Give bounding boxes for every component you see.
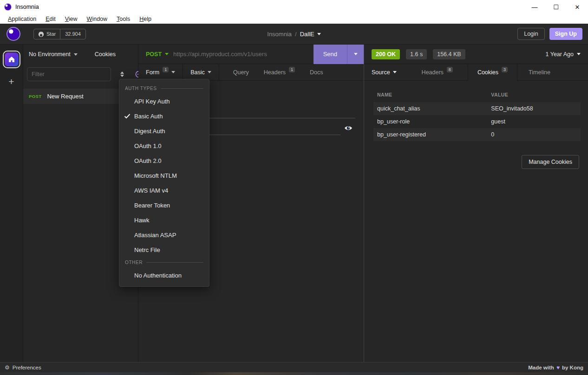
- desktop-edge: [0, 372, 588, 375]
- menu-item-aws-iam-v4[interactable]: AWS IAM v4: [119, 183, 209, 198]
- signup-button[interactable]: Sign Up: [549, 28, 582, 40]
- tab-body-form[interactable]: Form 1: [138, 64, 183, 80]
- github-icon: [38, 31, 44, 37]
- chevron-down-icon: [171, 71, 175, 73]
- titlebar: Insomnia — ☐ ✕: [0, 0, 588, 14]
- menu-item-basic-auth[interactable]: Basic Auth: [119, 109, 209, 123]
- auth-types-section-label: AUTH TYPES: [125, 86, 157, 91]
- tab-source[interactable]: Source: [364, 64, 404, 80]
- menu-edit[interactable]: Edit: [41, 15, 60, 23]
- method-label: POST: [146, 51, 162, 58]
- menu-item-oauth-1[interactable]: OAuth 1.0: [119, 138, 209, 153]
- eye-icon: [344, 125, 353, 131]
- login-button[interactable]: Login: [517, 28, 545, 40]
- sidebar-header: No Environment Cookies: [23, 45, 138, 64]
- menu-item-label: Bearer Token: [134, 202, 170, 209]
- menu-section-auth-types: AUTH TYPES: [119, 83, 209, 94]
- menu-item-digest-auth[interactable]: Digest Auth: [119, 123, 209, 138]
- project-dropdown[interactable]: DallE: [300, 31, 321, 38]
- cookie-name: quick_chat_alias: [373, 102, 487, 115]
- chevron-down-icon: [317, 33, 321, 35]
- url-input[interactable]: https://api.myproduct.com/v1/users: [173, 51, 314, 58]
- credit-prefix: Made with: [528, 365, 554, 370]
- home-workspace-button[interactable]: [3, 51, 20, 68]
- filter-input[interactable]: [27, 67, 111, 81]
- breadcrumb-separator: /: [295, 31, 297, 38]
- manage-cookies-button[interactable]: Manage Cookies: [522, 155, 579, 169]
- cookie-table: NAME VALUE quick_chat_alias SEO_invitado…: [373, 89, 581, 141]
- menu-item-api-key-auth[interactable]: API Key Auth: [119, 94, 209, 109]
- section-divider: [161, 88, 203, 89]
- chevron-down-icon: [354, 53, 358, 55]
- menu-item-oauth-2[interactable]: OAuth 2.0: [119, 153, 209, 168]
- tab-response-headers[interactable]: Headers 8: [414, 64, 460, 80]
- menu-item-no-authentication[interactable]: No Authentication: [119, 268, 209, 283]
- menu-item-label: Atlassian ASAP: [134, 232, 176, 239]
- request-method-tag: POST: [29, 94, 41, 99]
- menu-help[interactable]: Help: [135, 15, 156, 23]
- menu-item-netrc-file[interactable]: Netrc File: [119, 242, 209, 257]
- cookie-table-header: NAME VALUE: [373, 89, 581, 102]
- menu-item-label: OAuth 1.0: [134, 142, 162, 149]
- tab-auth-basic[interactable]: Basic: [183, 64, 219, 80]
- menu-item-hawk[interactable]: Hawk: [119, 213, 209, 227]
- size-badge: 156.4 KB: [433, 49, 465, 59]
- status-badge: 200 OK: [372, 49, 400, 59]
- table-row[interactable]: bp_user-registered 0: [373, 128, 581, 141]
- send-options-button[interactable]: [347, 45, 364, 64]
- body-tab-label: Form: [146, 69, 159, 76]
- show-password-button[interactable]: [344, 125, 353, 131]
- header-actions: Login Sign Up: [517, 28, 582, 40]
- home-icon: [5, 52, 19, 66]
- table-row[interactable]: quick_chat_alias SEO_invitado58: [373, 102, 581, 115]
- menu-item-label: AWS IAM v4: [134, 187, 168, 194]
- cookie-name: bp_user-registered: [373, 128, 487, 141]
- tab-headers[interactable]: Headers 1: [256, 64, 302, 80]
- menu-item-label: OAuth 2.0: [134, 157, 162, 164]
- menu-item-bearer-token[interactable]: Bearer Token: [119, 198, 209, 213]
- preferences-button[interactable]: ⚙ Preferences: [5, 364, 41, 371]
- section-divider: [146, 262, 203, 263]
- response-headers-badge: 8: [447, 67, 453, 72]
- insomnia-logo-icon: [4, 3, 12, 11]
- maximize-button[interactable]: ☐: [545, 0, 567, 14]
- close-button[interactable]: ✕: [567, 0, 588, 14]
- credit-suffix: by Kong: [562, 365, 583, 370]
- auth-tab-label: Basic: [190, 69, 205, 76]
- response-history-dropdown[interactable]: 1 Year Ago: [546, 51, 581, 58]
- chevron-down-icon: [577, 53, 581, 55]
- sort-requests-button[interactable]: [120, 71, 124, 77]
- github-star-button[interactable]: Star: [34, 31, 60, 37]
- method-dropdown[interactable]: POST: [138, 51, 173, 58]
- send-split-button: Send: [314, 45, 364, 64]
- environment-dropdown[interactable]: No Environment: [29, 51, 78, 58]
- chevron-down-icon: [208, 71, 211, 73]
- chevron-down-icon: [165, 53, 169, 55]
- tab-response-cookies[interactable]: Cookies 3: [468, 64, 517, 81]
- menu-item-label: No Authentication: [134, 272, 182, 279]
- time-badge: 1.6 s: [406, 49, 427, 59]
- menu-item-atlassian-asap[interactable]: Atlassian ASAP: [119, 227, 209, 242]
- docs-tab-label: Docs: [310, 69, 323, 76]
- window-controls: — ☐ ✕: [524, 0, 588, 14]
- send-button[interactable]: Send: [314, 45, 347, 64]
- auth-type-menu: AUTH TYPES API Key Auth Basic Auth Diges…: [119, 79, 209, 287]
- minimize-button[interactable]: —: [524, 0, 545, 14]
- tab-query[interactable]: Query: [226, 64, 256, 80]
- menu-item-microsoft-ntlm[interactable]: Microsoft NTLM: [119, 168, 209, 183]
- menu-item-label: API Key Auth: [134, 98, 170, 105]
- breadcrumb-workspace[interactable]: Insomnia: [267, 31, 292, 38]
- menu-view[interactable]: View: [61, 15, 82, 23]
- tab-timeline[interactable]: Timeline: [521, 64, 558, 80]
- star-count[interactable]: 32.904: [60, 29, 85, 39]
- menu-application[interactable]: Application: [4, 15, 40, 23]
- menu-window[interactable]: Window: [83, 15, 111, 23]
- cookie-col-value: VALUE: [487, 89, 581, 102]
- tab-docs[interactable]: Docs: [302, 64, 330, 80]
- add-workspace-button[interactable]: +: [8, 77, 14, 86]
- table-row[interactable]: bp_user-role guest: [373, 115, 581, 128]
- github-star-widget[interactable]: Star 32.904: [33, 29, 86, 39]
- menu-tools[interactable]: Tools: [112, 15, 134, 23]
- cookies-link[interactable]: Cookies: [95, 51, 116, 58]
- chevron-down-icon: [74, 53, 78, 56]
